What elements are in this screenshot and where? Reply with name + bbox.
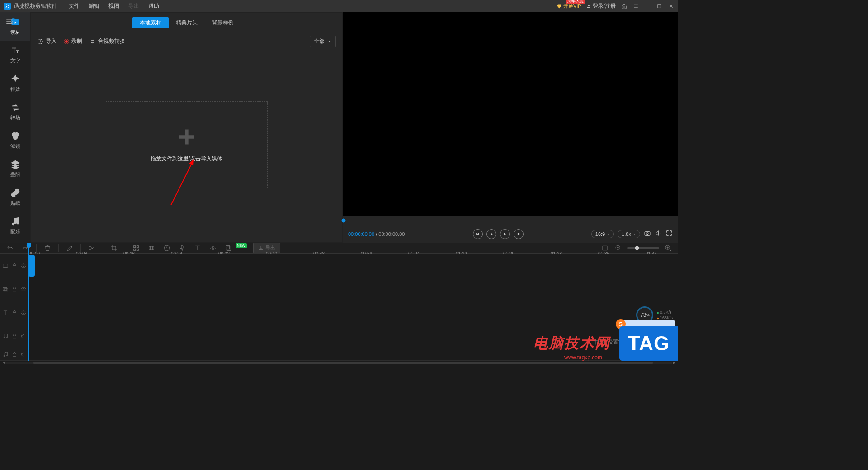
timeline-scrollbar[interactable]: ◀ ▶ bbox=[0, 361, 678, 365]
track-body[interactable] bbox=[28, 348, 678, 360]
svg-rect-43 bbox=[13, 354, 16, 356]
minimize-button[interactable] bbox=[644, 3, 651, 10]
preview-viewport[interactable] bbox=[343, 12, 678, 216]
filter-icon bbox=[10, 131, 20, 141]
scroll-left-arrow[interactable]: ◀ bbox=[2, 361, 6, 365]
vip-link[interactable]: 开通VIP 周年大促 bbox=[557, 3, 581, 9]
export-icon bbox=[258, 245, 264, 251]
sidebar-item-overlays[interactable]: 叠附 bbox=[0, 155, 30, 183]
text-icon bbox=[10, 46, 20, 56]
next-frame-button[interactable] bbox=[500, 229, 510, 239]
svg-point-6 bbox=[13, 135, 17, 139]
undo-button[interactable] bbox=[5, 244, 14, 253]
media-tabs: 本地素材 精美片头 背景样例 bbox=[31, 13, 342, 33]
track-body[interactable] bbox=[28, 324, 678, 348]
svg-rect-26 bbox=[602, 246, 608, 250]
stop-button[interactable] bbox=[514, 229, 524, 239]
track-body[interactable] bbox=[28, 301, 678, 324]
timecode-display: 00:00:00.00 / 00:00:00.00 bbox=[348, 231, 405, 237]
fullscreen-button[interactable] bbox=[665, 230, 673, 239]
menu-edit[interactable]: 编辑 bbox=[84, 2, 104, 10]
media-dropzone[interactable]: 拖放文件到这里/点击导入媒体 bbox=[106, 101, 268, 188]
playback-speed-dropdown[interactable]: 1.0x bbox=[618, 230, 640, 238]
menu-file[interactable]: 文件 bbox=[64, 2, 84, 10]
record-label: 录制 bbox=[71, 38, 82, 45]
media-filter-dropdown[interactable]: 全部 bbox=[310, 36, 336, 47]
current-time: 00:00:00.00 bbox=[348, 231, 374, 237]
close-button[interactable] bbox=[667, 3, 675, 10]
import-button[interactable]: 导入 bbox=[37, 38, 57, 45]
audio-track-1[interactable] bbox=[0, 324, 678, 348]
prev-frame-button[interactable] bbox=[473, 229, 483, 239]
aspect-value: 16:9 bbox=[595, 231, 605, 237]
separator bbox=[58, 244, 59, 252]
eye-icon bbox=[20, 310, 27, 316]
sidebar-item-label: 配乐 bbox=[10, 228, 20, 235]
menu-help[interactable]: 帮助 bbox=[144, 2, 164, 10]
snapshot-button[interactable] bbox=[644, 230, 651, 239]
sidebar-item-transitions[interactable]: 转场 bbox=[0, 98, 30, 126]
track-adjust-button[interactable] bbox=[5, 19, 14, 27]
text-track[interactable] bbox=[0, 301, 678, 324]
tab-backgrounds[interactable]: 背景样例 bbox=[205, 17, 241, 28]
track-clip-placeholder[interactable] bbox=[28, 255, 35, 277]
sidebar-item-label: 文字 bbox=[10, 57, 20, 64]
video-track[interactable] bbox=[0, 254, 678, 277]
filter-label: 全部 bbox=[314, 38, 325, 45]
scrubber-track bbox=[343, 221, 678, 221]
scroll-track[interactable] bbox=[6, 362, 672, 364]
sidebar-item-label: 素材 bbox=[10, 29, 20, 36]
overlay-track[interactable] bbox=[0, 277, 678, 301]
sidebar-item-label: 转场 bbox=[10, 114, 20, 121]
login-link[interactable]: 登录/注册 bbox=[586, 2, 616, 10]
separator bbox=[36, 244, 37, 252]
video-track-icon bbox=[2, 263, 9, 269]
lock-icon bbox=[11, 263, 18, 269]
zoom-thumb[interactable] bbox=[635, 246, 639, 250]
separator bbox=[125, 244, 125, 252]
svg-rect-32 bbox=[3, 287, 6, 290]
svg-point-38 bbox=[3, 337, 4, 338]
svg-point-15 bbox=[90, 249, 91, 250]
scrubber-thumb[interactable] bbox=[342, 219, 346, 223]
menu-view[interactable]: 视图 bbox=[104, 2, 124, 10]
speed-value: 1.0x bbox=[622, 231, 631, 237]
home-button[interactable] bbox=[620, 3, 627, 10]
track-body[interactable] bbox=[28, 277, 678, 301]
music-icon bbox=[10, 216, 20, 226]
app-logo-icon bbox=[4, 3, 11, 10]
track-head-audio bbox=[0, 324, 28, 348]
scroll-thumb[interactable] bbox=[33, 362, 653, 364]
sidebar-item-stickers[interactable]: 贴纸 bbox=[0, 183, 30, 212]
maximize-button[interactable] bbox=[656, 3, 663, 10]
svg-point-31 bbox=[23, 265, 24, 267]
hamburger-menu-button[interactable] bbox=[632, 3, 639, 10]
sidebar-item-text[interactable]: 文字 bbox=[0, 41, 30, 69]
zoom-slider[interactable] bbox=[627, 247, 659, 249]
titlebar: 迅捷视频剪辑软件 文件 编辑 视图 导出 帮助 开通VIP 周年大促 登录/注册 bbox=[0, 0, 678, 12]
export-label: 导出 bbox=[265, 244, 275, 251]
total-time: 00:00:00.00 bbox=[378, 231, 405, 237]
preview-scrubber[interactable] bbox=[343, 216, 678, 226]
svg-rect-22 bbox=[181, 245, 183, 249]
tab-local-media[interactable]: 本地素材 bbox=[132, 17, 169, 28]
play-button[interactable] bbox=[486, 229, 496, 239]
volume-button[interactable] bbox=[655, 230, 662, 239]
convert-button[interactable]: 音视频转换 bbox=[90, 38, 125, 45]
record-button[interactable]: 录制 bbox=[64, 38, 82, 45]
track-body[interactable] bbox=[28, 254, 678, 277]
playhead[interactable] bbox=[28, 243, 29, 361]
aspect-ratio-dropdown[interactable]: 16:9 bbox=[591, 230, 614, 238]
sidebar-item-media[interactable]: 素材 bbox=[0, 12, 30, 41]
login-label: 登录/注册 bbox=[593, 2, 616, 10]
sidebar-item-filters[interactable]: 滤镜 bbox=[0, 126, 30, 155]
sparkle-icon bbox=[10, 74, 20, 84]
sidebar-item-effects[interactable]: 特效 bbox=[0, 69, 30, 98]
sidebar-item-music[interactable]: 配乐 bbox=[0, 212, 30, 240]
svg-point-37 bbox=[23, 312, 24, 314]
scroll-right-arrow[interactable]: ▶ bbox=[672, 361, 676, 365]
tab-templates[interactable]: 精美片头 bbox=[169, 17, 205, 28]
svg-point-35 bbox=[23, 288, 24, 290]
layers-icon bbox=[10, 160, 20, 169]
audio-track-2[interactable] bbox=[0, 348, 678, 361]
